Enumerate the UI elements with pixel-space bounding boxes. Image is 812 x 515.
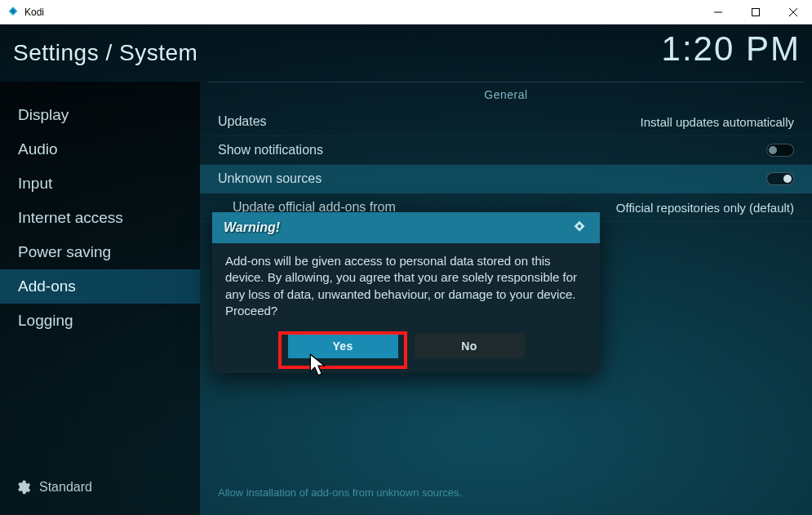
section-title: General: [200, 82, 812, 101]
sidebar-item-power-saving[interactable]: Power saving: [0, 235, 200, 269]
sidebar-item-logging[interactable]: Logging: [0, 304, 200, 338]
kodi-logo-icon: [570, 219, 588, 237]
sidebar-item-internet-access[interactable]: Internet access: [0, 201, 200, 235]
dialog-header: Warning!: [212, 212, 600, 243]
sidebar-item-input[interactable]: Input: [0, 166, 200, 201]
toggle-show-notifications[interactable]: [766, 144, 794, 157]
gear-icon: [15, 479, 31, 495]
row-value: Install updates automatically: [641, 115, 794, 129]
section-divider: [208, 82, 804, 82]
row-label: Updates: [218, 114, 267, 129]
clock: 1:20 PM: [662, 29, 801, 69]
app-icon: [7, 6, 20, 19]
window-title: Kodi: [24, 7, 699, 18]
dialog-title: Warning!: [224, 220, 280, 235]
window-titlebar: Kodi: [0, 0, 812, 24]
window-maximize-button[interactable]: [737, 0, 774, 24]
breadcrumb: Settings / System: [13, 40, 197, 66]
toggle-unknown-sources[interactable]: [766, 172, 794, 185]
row-updates[interactable]: Updates Install updates automatically: [200, 108, 812, 136]
row-label: Show notifications: [218, 143, 323, 158]
row-show-notifications[interactable]: Show notifications: [200, 136, 812, 165]
sidebar: Display Audio Input Internet access Powe…: [0, 82, 200, 515]
svg-rect-0: [752, 8, 760, 16]
row-value: Official repositories only (default): [616, 201, 794, 215]
row-unknown-sources[interactable]: Unknown sources: [200, 165, 812, 193]
warning-dialog: Warning! Add-ons will be given access to…: [212, 212, 600, 373]
dialog-no-button[interactable]: No: [415, 334, 525, 358]
status-hint: Allow installation of add-ons from unkno…: [218, 486, 462, 499]
window-close-button[interactable]: [774, 0, 812, 24]
app-body: Settings / System 1:20 PM Display Audio …: [0, 24, 812, 515]
dialog-yes-button[interactable]: Yes: [288, 334, 398, 358]
sidebar-item-display[interactable]: Display: [0, 98, 200, 132]
window-minimize-button[interactable]: [699, 0, 737, 24]
sidebar-item-add-ons[interactable]: Add-ons: [0, 269, 200, 304]
settings-level-label: Standard: [39, 480, 92, 495]
dialog-body: Add-ons will be given access to personal…: [212, 243, 600, 334]
settings-level[interactable]: Standard: [0, 468, 200, 515]
sidebar-item-audio[interactable]: Audio: [0, 132, 200, 166]
header: Settings / System 1:20 PM: [0, 24, 812, 82]
row-label: Unknown sources: [218, 171, 322, 186]
